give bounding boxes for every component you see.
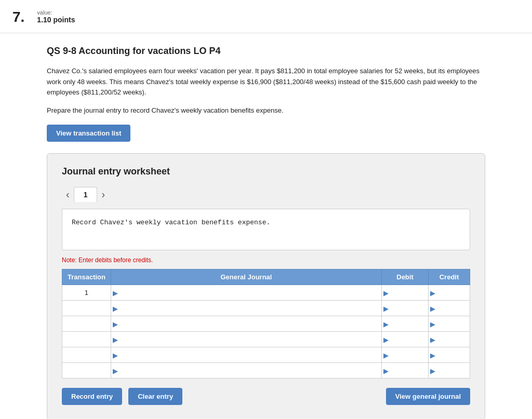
clear-entry-button[interactable]: Clear entry	[128, 388, 182, 405]
tab-navigation: ‹ 1 ›	[62, 186, 470, 202]
note-text: Note: Enter debits before credits.	[62, 256, 470, 264]
table-row: ▶▶▶	[62, 363, 470, 379]
credit-arrow-icon: ▶	[430, 367, 435, 374]
journal-arrow-icon: ▶	[113, 320, 118, 328]
credit-input-0[interactable]	[431, 285, 468, 300]
journal-arrow-icon: ▶	[113, 351, 118, 359]
record-entry-button[interactable]: Record entry	[62, 388, 122, 405]
tab-prev-button[interactable]: ‹	[62, 186, 74, 202]
debit-input-4[interactable]	[384, 347, 426, 362]
journal-arrow-icon: ▶	[113, 289, 118, 296]
cell-credit-0[interactable]: ▶	[429, 285, 470, 301]
cell-credit-3[interactable]: ▶	[429, 332, 470, 347]
cell-journal-1[interactable]: ▶	[111, 301, 381, 316]
action-buttons-row: Record entry Clear entry View general jo…	[62, 388, 470, 405]
debit-arrow-icon: ▶	[383, 289, 389, 296]
debit-input-2[interactable]	[384, 316, 426, 331]
debit-arrow-icon: ▶	[383, 367, 389, 374]
worksheet-container: Journal entry worksheet ‹ 1 › Record Cha…	[47, 153, 485, 419]
question-number: 7.	[12, 9, 24, 25]
cell-transaction-0: 1	[62, 285, 111, 301]
debit-arrow-icon: ▶	[383, 351, 389, 359]
cell-debit-4[interactable]: ▶	[382, 347, 429, 363]
journal-input-4[interactable]	[115, 347, 379, 362]
cell-debit-3[interactable]: ▶	[382, 332, 429, 347]
debit-input-5[interactable]	[384, 363, 426, 378]
question-body: QS 9-8 Accounting for vacations LO P4 Ch…	[0, 33, 532, 419]
debit-input-3[interactable]	[384, 332, 426, 347]
view-general-journal-button[interactable]: View general journal	[386, 388, 470, 405]
col-header-debit: Debit	[382, 269, 429, 285]
cell-transaction-4	[62, 347, 111, 363]
prepare-text: Prepare the journal entry to record Chav…	[47, 106, 485, 114]
points-value: 1.10 points	[37, 16, 75, 24]
credit-input-1[interactable]	[431, 301, 468, 316]
col-header-credit: Credit	[429, 269, 470, 285]
credit-arrow-icon: ▶	[430, 351, 435, 359]
tab-next-button[interactable]: ›	[97, 186, 109, 202]
debit-input-1[interactable]	[384, 301, 426, 316]
table-row: ▶▶▶	[62, 316, 470, 332]
cell-transaction-2	[62, 316, 111, 332]
cell-credit-5[interactable]: ▶	[429, 363, 470, 379]
cell-journal-5[interactable]: ▶	[111, 363, 381, 379]
question-meta: value: 1.10 points	[37, 9, 75, 24]
debit-arrow-icon: ▶	[383, 335, 389, 343]
worksheet-title: Journal entry worksheet	[62, 166, 470, 177]
journal-input-0[interactable]	[115, 285, 379, 300]
credit-arrow-icon: ▶	[430, 335, 435, 343]
debit-arrow-icon: ▶	[383, 320, 389, 328]
view-transaction-button[interactable]: View transaction list	[47, 125, 130, 142]
table-row: 1▶▶▶	[62, 285, 470, 301]
cell-journal-2[interactable]: ▶	[111, 316, 381, 332]
credit-arrow-icon: ▶	[430, 304, 435, 312]
col-header-journal: General Journal	[111, 269, 381, 285]
journal-input-1[interactable]	[115, 301, 379, 316]
debit-arrow-icon: ▶	[383, 304, 389, 312]
cell-credit-2[interactable]: ▶	[429, 316, 470, 332]
question-header: 7. value: 1.10 points	[0, 0, 532, 33]
cell-debit-1[interactable]: ▶	[382, 301, 429, 316]
journal-input-3[interactable]	[115, 332, 379, 347]
value-label: value:	[37, 9, 75, 16]
cell-transaction-3	[62, 332, 111, 347]
tab-1[interactable]: 1	[74, 187, 98, 202]
credit-input-4[interactable]	[431, 347, 468, 362]
credit-input-3[interactable]	[431, 332, 468, 347]
cell-credit-4[interactable]: ▶	[429, 347, 470, 363]
transaction-description: Record Chavez's weekly vacation benefits…	[72, 219, 270, 226]
table-row: ▶▶▶	[62, 332, 470, 347]
col-header-transaction: Transaction	[62, 269, 111, 285]
debit-input-0[interactable]	[384, 285, 426, 300]
table-row: ▶▶▶	[62, 347, 470, 363]
cell-transaction-5	[62, 363, 111, 379]
cell-transaction-1	[62, 301, 111, 316]
cell-credit-1[interactable]: ▶	[429, 301, 470, 316]
cell-journal-3[interactable]: ▶	[111, 332, 381, 347]
tab-content: Record Chavez's weekly vacation benefits…	[62, 209, 470, 250]
cell-journal-4[interactable]: ▶	[111, 347, 381, 363]
credit-input-2[interactable]	[431, 316, 468, 331]
journal-input-2[interactable]	[115, 316, 379, 331]
cell-debit-2[interactable]: ▶	[382, 316, 429, 332]
credit-arrow-icon: ▶	[430, 320, 435, 328]
journal-arrow-icon: ▶	[113, 367, 118, 374]
question-title: QS 9-8 Accounting for vacations LO P4	[47, 46, 485, 57]
page-container: 7. value: 1.10 points QS 9-8 Accounting …	[0, 0, 532, 419]
credit-arrow-icon: ▶	[430, 289, 435, 296]
journal-arrow-icon: ▶	[113, 304, 118, 312]
credit-input-5[interactable]	[431, 363, 468, 378]
question-body-text: Chavez Co.'s salaried employees earn fou…	[47, 66, 485, 98]
journal-arrow-icon: ▶	[113, 335, 118, 343]
journal-input-5[interactable]	[115, 363, 379, 378]
cell-journal-0[interactable]: ▶	[111, 285, 381, 301]
journal-table: Transaction General Journal Debit Credit…	[62, 269, 470, 379]
table-row: ▶▶▶	[62, 301, 470, 316]
cell-debit-0[interactable]: ▶	[382, 285, 429, 301]
cell-debit-5[interactable]: ▶	[382, 363, 429, 379]
